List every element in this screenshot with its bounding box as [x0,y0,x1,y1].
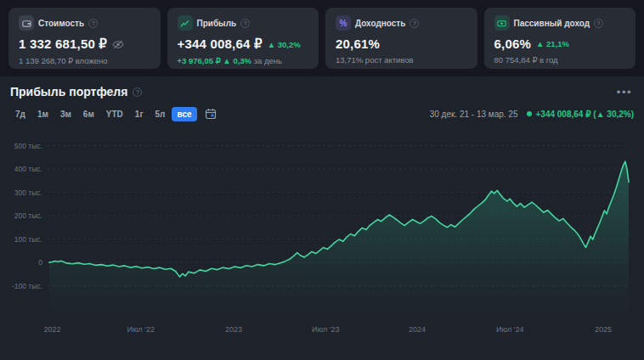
range-button-1м[interactable]: 1м [32,107,54,121]
range-buttons: 7д1м3м6мYTD1г5лвсе [10,106,218,121]
x-axis-label: 2025 [595,325,612,334]
card-value-header: Стоимость [19,15,150,31]
wallet-icon [19,15,34,31]
chart-up-icon [178,15,193,31]
daily-profit-delta: ▲ 0,3% [223,56,251,65]
card-yield: % Доходность 20,61% 13,71% рост активов [325,8,477,69]
series-dot-icon [527,111,532,116]
daily-profit: +3 976,05 ₽ ▲ 0,3% за день [178,56,309,65]
profit-panel: Прибыль портфеля ••• 7д1м3м6мYTD1г5лвсе … [0,76,644,360]
card-value: Стоимость 1 332 681,50 ₽ 1 139 268,70 ₽ … [8,8,161,69]
profit-summary-text: +344 008,64 ₽ (▲ 30,2%) [536,110,635,119]
passive-income-delta: ▲ 21,1% [536,39,569,48]
y-axis-label: 400 тыс. [14,165,42,173]
yield-value: 20,61% [336,37,380,51]
stats-strip: Стоимость 1 332 681,50 ₽ 1 139 268,70 ₽ … [0,0,644,76]
x-axis-label: Июл '22 [127,325,155,334]
range-button-5л[interactable]: 5л [150,107,171,121]
profit-value: +344 008,64 ₽ [178,37,263,52]
profit-delta-badge: ▲ 30,2% [268,40,301,49]
range-button-1г[interactable]: 1г [130,107,149,121]
range-button-YTD[interactable]: YTD [101,107,128,121]
help-icon[interactable] [133,87,142,97]
help-icon[interactable] [88,19,98,28]
daily-profit-value: +3 976,05 ₽ [178,56,221,65]
help-icon[interactable] [410,19,419,28]
more-menu-icon[interactable]: ••• [615,86,634,98]
help-icon[interactable] [594,19,603,28]
x-axis-label: Июл '23 [312,325,340,334]
passive-income-value: 6,06% [494,37,532,51]
date-range-label[interactable]: 30 дек. 21 - 13 мар. 25 [430,110,518,119]
profit-area [49,161,629,315]
percent-icon: % [336,15,351,31]
panel-title: Прибыль портфеля [10,85,127,98]
y-axis-label: 500 тыс. [14,142,42,150]
card-profit-header: Прибыль [178,15,309,31]
x-axis-label: 2024 [409,325,426,334]
card-passive-income-header: Пассивный доход [494,15,626,31]
card-profit: Прибыль +344 008,64 ₽ ▲ 30,2% +3 976,05 … [167,8,319,69]
invested-amount: 1 139 268,70 ₽ вложено [19,56,150,65]
help-icon[interactable] [240,19,250,28]
card-passive-income-label: Пассивный доход [514,19,590,28]
y-axis-label: 0 [38,258,42,267]
x-axis-label: Июл '24 [496,325,524,334]
card-profit-label: Прибыль [197,19,237,28]
range-button-все[interactable]: все [172,107,196,121]
card-yield-label: Доходность [355,19,405,28]
y-axis-label: -100 тыс. [12,282,42,290]
profit-summary: +344 008,64 ₽ (▲ 30,2%) [527,110,635,119]
range-button-3м[interactable]: 3м [55,107,76,121]
banknote-icon [494,15,510,31]
daily-profit-caption: за день [254,56,282,65]
y-axis-label: 200 тыс. [14,211,42,220]
card-passive-income: Пассивный доход 6,06% ▲ 21,1% 80 754,84 … [484,8,636,69]
y-axis-label: 300 тыс. [14,188,42,197]
card-value-label: Стоимость [38,19,84,28]
profit-chart-svg: 500 тыс.400 тыс.300 тыс.200 тыс.100 тыс.… [10,125,634,339]
x-axis-label: 2022 [43,325,60,334]
y-axis-label: 100 тыс. [14,235,42,244]
calendar-icon[interactable] [203,106,218,121]
profit-chart[interactable]: 500 тыс.400 тыс.300 тыс.200 тыс.100 тыс.… [10,125,634,342]
yearly-income: 80 754,84 ₽ в год [494,55,626,65]
asset-growth: 13,71% рост активов [336,55,467,65]
range-button-6м[interactable]: 6м [78,107,99,121]
eye-slash-icon[interactable] [112,40,124,49]
portfolio-value: 1 332 681,50 ₽ [19,37,107,52]
x-axis-label: 2023 [225,325,242,334]
range-button-7д[interactable]: 7д [10,107,31,121]
card-yield-header: % Доходность [336,15,467,31]
